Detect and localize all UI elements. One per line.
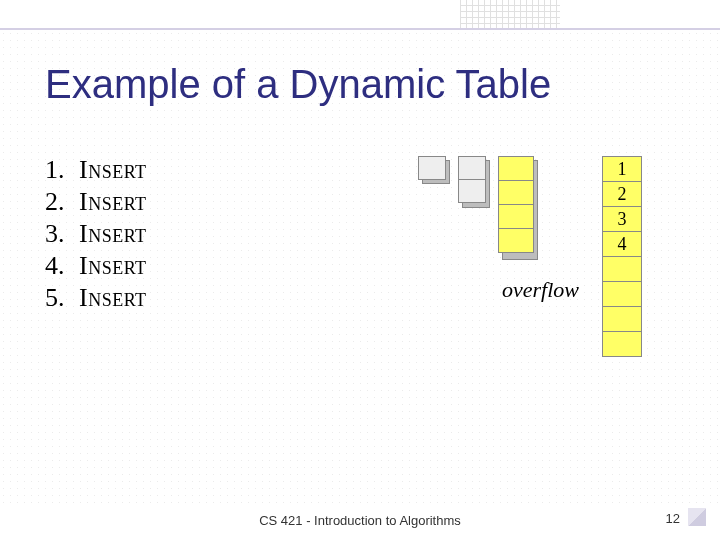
- op-word: Insert: [79, 155, 147, 185]
- operations-list: 1. Insert 2. Insert 3. Insert 4. Insert …: [45, 155, 147, 315]
- op-word: Insert: [79, 251, 147, 281]
- table-size-1: [418, 156, 446, 180]
- slide-footer: CS 421 - Introduction to Algorithms: [0, 513, 720, 528]
- table-cell: [602, 306, 642, 332]
- op-number: 4.: [45, 251, 79, 281]
- list-item: 2. Insert: [45, 187, 147, 217]
- table-size-4: [498, 156, 534, 253]
- slide-top-bar: [0, 0, 720, 30]
- table-cell: [418, 156, 446, 180]
- table-size-8: 1 2 3 4: [602, 156, 642, 357]
- table-cell: [458, 156, 486, 180]
- table-cell: 1: [602, 156, 642, 182]
- decorative-grid: [460, 0, 560, 30]
- table-cell: [458, 179, 486, 203]
- table-size-2: [458, 156, 486, 203]
- footer-text: CS 421 - Introduction to Algorithms: [259, 513, 461, 528]
- op-word: Insert: [79, 283, 147, 313]
- overflow-label: overflow: [502, 277, 579, 303]
- list-item: 1. Insert: [45, 155, 147, 185]
- table-cell: [498, 156, 534, 181]
- list-item: 5. Insert: [45, 283, 147, 313]
- op-word: Insert: [79, 187, 147, 217]
- table-cell: [602, 256, 642, 282]
- op-number: 5.: [45, 283, 79, 313]
- table-cell: [602, 281, 642, 307]
- slide-title: Example of a Dynamic Table: [45, 62, 551, 107]
- table-cell: 3: [602, 206, 642, 232]
- list-item: 3. Insert: [45, 219, 147, 249]
- page-number: 12: [666, 511, 680, 526]
- table-cell: [602, 331, 642, 357]
- table-cell: [498, 204, 534, 229]
- table-cell: [498, 228, 534, 253]
- op-number: 2.: [45, 187, 79, 217]
- op-number: 1.: [45, 155, 79, 185]
- page-curl-icon: [688, 508, 706, 526]
- op-number: 3.: [45, 219, 79, 249]
- table-cell: [498, 180, 534, 205]
- table-cell: 2: [602, 181, 642, 207]
- op-word: Insert: [79, 219, 147, 249]
- table-cell: 4: [602, 231, 642, 257]
- list-item: 4. Insert: [45, 251, 147, 281]
